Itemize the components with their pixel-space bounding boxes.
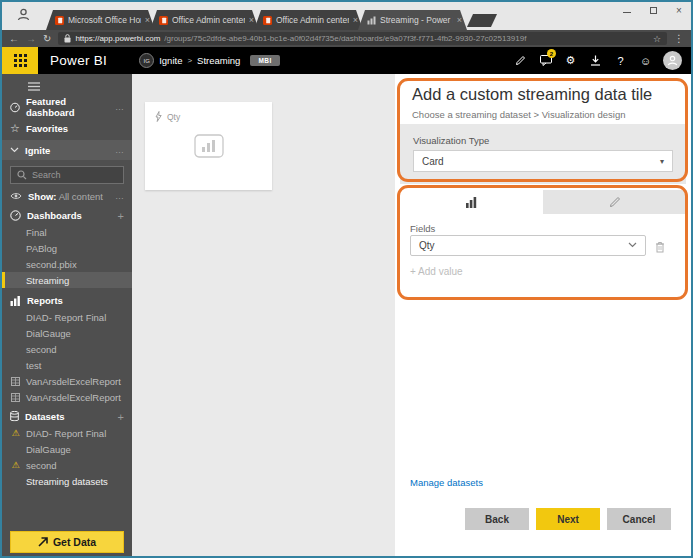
- sidebar-workspace-ignite[interactable]: Ignite …: [2, 140, 132, 160]
- settings-gear-icon[interactable]: ⚙: [558, 47, 583, 74]
- back-icon[interactable]: ←: [9, 34, 19, 44]
- eye-icon: [10, 192, 22, 200]
- edit-pencil-icon[interactable]: [508, 47, 533, 74]
- download-icon[interactable]: [583, 47, 608, 74]
- sidebar-report-second[interactable]: second: [2, 341, 132, 357]
- breadcrumb-workspace[interactable]: Ignite: [159, 55, 182, 66]
- app-launcher-waffle-icon[interactable]: [2, 47, 38, 74]
- add-value-link[interactable]: + Add value: [410, 266, 463, 277]
- sidebar-section-datasets[interactable]: Datasets +: [2, 408, 132, 425]
- sidebar-dashboard-final[interactable]: Final: [2, 224, 132, 240]
- warning-icon: ⚠: [9, 429, 22, 438]
- manage-datasets-link[interactable]: Manage datasets: [410, 477, 483, 488]
- workspace-label: Ignite: [25, 145, 50, 156]
- minimize-button[interactable]: [619, 4, 635, 16]
- sidebar-report-test[interactable]: test: [2, 357, 132, 373]
- sidebar-dataset-streaming-datasets[interactable]: Streaming datasets: [2, 473, 132, 489]
- tab-format[interactable]: [543, 190, 687, 214]
- office-favicon: [263, 16, 272, 25]
- tab-close-icon[interactable]: ×: [249, 15, 254, 25]
- breadcrumb: IG Ignite > Streaming MBI: [139, 53, 280, 68]
- sidebar-dashboard-streaming[interactable]: Streaming: [2, 272, 132, 288]
- window-controls: ×: [619, 4, 687, 16]
- back-button[interactable]: Back: [465, 508, 529, 530]
- browser-window: Microsoft Office Home × Office Admin cen…: [0, 0, 693, 558]
- remove-field-trash-icon[interactable]: [655, 239, 665, 257]
- gauge-icon: [10, 210, 21, 221]
- format-brush-icon: [609, 196, 621, 208]
- sidebar-report-vanarsdel-1[interactable]: VanArsdelExcelReport: [2, 373, 132, 389]
- bookmark-star-icon[interactable]: ☆: [653, 34, 661, 44]
- search-icon: [17, 170, 27, 180]
- next-button[interactable]: Next: [536, 508, 600, 530]
- reports-label: Reports: [27, 295, 63, 306]
- more-options-icon[interactable]: …: [115, 102, 124, 112]
- tab-fields[interactable]: [399, 190, 543, 214]
- smiley-feedback-icon[interactable]: ☺: [633, 47, 658, 74]
- sidebar-section-reports[interactable]: Reports: [2, 292, 132, 309]
- new-tab-button[interactable]: [467, 14, 497, 27]
- tab-admin-center-2[interactable]: Office Admin center - Ho ×: [254, 10, 363, 30]
- more-options-icon[interactable]: …: [115, 191, 124, 201]
- dashboard-canvas: Qty: [132, 74, 395, 556]
- padlock-icon: [64, 34, 71, 43]
- sidebar-report-vanarsdel-2[interactable]: VanArsdelExcelReport: [2, 389, 132, 405]
- panel-subtitle: Choose a streaming dataset > Visualizati…: [412, 109, 625, 120]
- browser-menu-icon[interactable]: ⋮: [674, 33, 684, 44]
- office-favicon: [159, 16, 168, 25]
- cancel-button[interactable]: Cancel: [607, 508, 671, 530]
- user-avatar[interactable]: [663, 51, 682, 70]
- tab-admin-center-1[interactable]: Office Admin center - Co ×: [150, 10, 259, 30]
- sidebar-dashboard-secondpbix[interactable]: second.pbix: [2, 256, 132, 272]
- datasets-label: Datasets: [25, 411, 65, 422]
- qty-tile[interactable]: Qty: [145, 102, 272, 190]
- feedback-icon[interactable]: 2: [533, 47, 558, 74]
- bar-chart-icon: [10, 296, 21, 306]
- sidebar-report-dialgauge[interactable]: DialGauge: [2, 325, 132, 341]
- more-options-icon[interactable]: …: [115, 145, 124, 155]
- forward-icon[interactable]: →: [26, 34, 36, 44]
- browser-titlebar: Microsoft Office Home × Office Admin cen…: [2, 2, 691, 30]
- sidebar-item-featured-dashboard[interactable]: Featured dashboard …: [2, 99, 132, 115]
- sidebar-dataset-dialgauge[interactable]: DialGauge: [2, 441, 132, 457]
- featured-label: Featured dashboard: [26, 96, 109, 118]
- help-icon[interactable]: ?: [608, 47, 633, 74]
- field-dropdown[interactable]: Qty: [410, 235, 646, 256]
- viz-type-dropdown[interactable]: Card ▾: [413, 150, 673, 172]
- viz-type-value: Card: [422, 156, 444, 167]
- top-nav-actions: 2 ⚙ ? ☺: [508, 47, 691, 74]
- tab-close-icon[interactable]: ×: [457, 15, 462, 25]
- gauge-icon: [10, 102, 20, 113]
- streaming-lightning-icon: [155, 111, 162, 122]
- tab-close-icon[interactable]: ×: [353, 15, 358, 25]
- sidebar-dashboard-pablog[interactable]: PABlog: [2, 240, 132, 256]
- tab-office-home[interactable]: Microsoft Office Home ×: [46, 10, 155, 30]
- field-value: Qty: [419, 240, 435, 251]
- url-field[interactable]: https://app.powerbi.com/groups/75c2dfde-…: [58, 32, 667, 45]
- close-button[interactable]: ×: [671, 4, 687, 16]
- powerbi-favicon: [367, 16, 376, 25]
- workspace-avatar[interactable]: IG: [139, 53, 154, 68]
- tab-streaming-powerbi[interactable]: Streaming - Power BI ×: [358, 10, 467, 30]
- refresh-icon[interactable]: ↻: [43, 34, 51, 44]
- dropdown-chevron-icon: [628, 241, 637, 250]
- database-icon: [10, 411, 19, 422]
- browser-profile-icon[interactable]: [16, 7, 31, 26]
- search-input[interactable]: [32, 170, 112, 180]
- sidebar-section-dashboards[interactable]: Dashboards +: [2, 207, 132, 224]
- tab-close-icon[interactable]: ×: [145, 15, 150, 25]
- add-dashboard-icon[interactable]: +: [118, 210, 124, 222]
- hamburger-menu-icon[interactable]: [28, 82, 40, 93]
- sidebar-search[interactable]: [10, 166, 124, 184]
- breadcrumb-page[interactable]: Streaming: [197, 55, 240, 66]
- add-dataset-icon[interactable]: +: [118, 411, 124, 423]
- url-path: /groups/75c2dfde-abe9-40b1-bc1e-a0f02d4f…: [164, 34, 649, 43]
- get-data-button[interactable]: Get Data: [10, 531, 124, 553]
- sidebar-dataset-diad[interactable]: ⚠ DIAD- Report Final: [2, 425, 132, 441]
- sidebar-dataset-second[interactable]: ⚠ second: [2, 457, 132, 473]
- sidebar-item-favorites[interactable]: ☆ Favorites: [2, 120, 132, 136]
- powerbi-brand[interactable]: Power BI: [50, 53, 107, 68]
- sidebar-show-filter[interactable]: Show: All content …: [2, 188, 132, 204]
- maximize-button[interactable]: [645, 4, 661, 16]
- sidebar-report-diad[interactable]: DIAD- Report Final: [2, 309, 132, 325]
